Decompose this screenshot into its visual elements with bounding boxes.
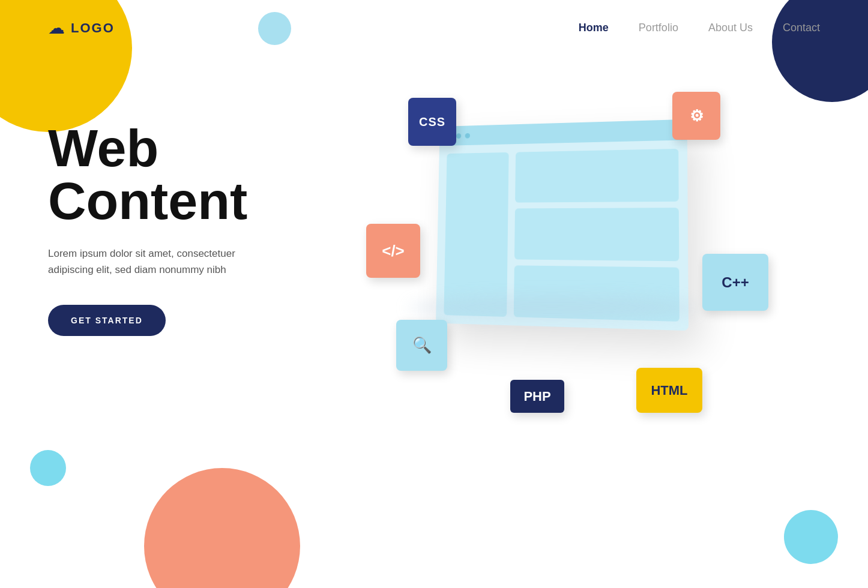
nav-item-portfolio[interactable]: Portfolio (639, 22, 678, 34)
main-content: Web Content Lorem ipsum dolor sit amet, … (0, 38, 868, 566)
hero-title: Web Content (48, 122, 312, 227)
hero-left-column: Web Content Lorem ipsum dolor sit amet, … (48, 86, 312, 336)
php-tag-label: PHP (523, 389, 550, 404)
cloud-icon: ☁ (48, 18, 65, 38)
nav-item-about[interactable]: About Us (708, 22, 753, 34)
gear-tag: ⚙ (672, 92, 720, 140)
get-started-button[interactable]: GET STARTED (48, 305, 166, 336)
php-tag: PHP (510, 380, 564, 413)
code-icon: </> (382, 242, 405, 260)
search-icon: 🔍 (412, 336, 432, 355)
logo: ☁ LOGO (48, 18, 115, 38)
search-tag: 🔍 (396, 320, 447, 371)
css-tag-label: CSS (419, 115, 445, 129)
nav-item-home[interactable]: Home (579, 22, 609, 34)
cpp-tag: C++ (702, 254, 768, 311)
nav: Home Portfolio About Us Contact (579, 22, 820, 34)
gear-icon: ⚙ (690, 107, 704, 125)
hero-illustration: CSS </> ⚙ 🔍 PHP C++ HTML (336, 86, 820, 506)
browser-shadow (408, 296, 696, 320)
browser-dot-2 (456, 133, 461, 139)
browser-sidebar (444, 152, 508, 317)
hero-subtitle: Lorem ipsum dolor sit amet, consectetuer… (48, 245, 270, 278)
html-tag: HTML (636, 368, 702, 413)
browser-dot-3 (465, 133, 471, 138)
css-tag: CSS (408, 98, 456, 146)
html-tag-label: HTML (651, 383, 687, 398)
browser-block-2 (514, 208, 679, 261)
logo-text: LOGO (71, 20, 115, 36)
code-tag: </> (366, 224, 420, 278)
browser-block-1 (515, 149, 679, 203)
header: ☁ LOGO Home Portfolio About Us Contact (0, 0, 868, 38)
cpp-tag-label: C++ (722, 274, 749, 291)
nav-item-contact[interactable]: Contact (783, 22, 820, 34)
